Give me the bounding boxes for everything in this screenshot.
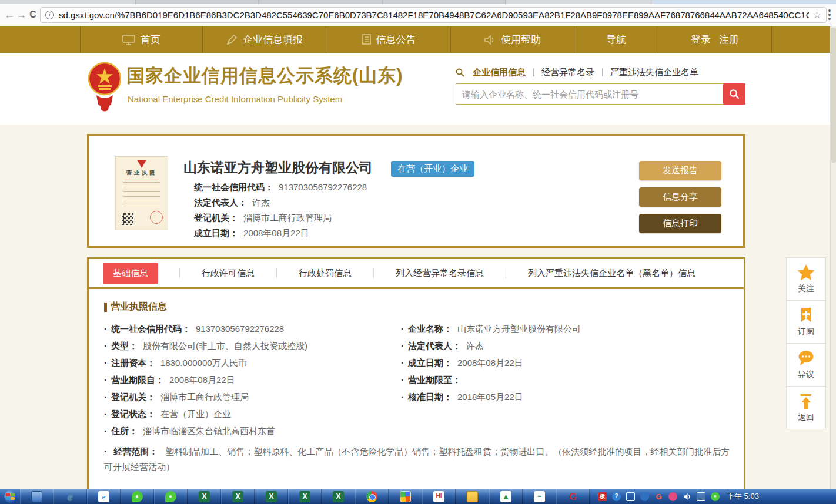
- taskbar-internet-explorer[interactable]: e: [53, 489, 87, 504]
- green-a-app-icon: ▲: [500, 491, 511, 502]
- photos-app-icon: [400, 491, 411, 502]
- tab-blacklist[interactable]: 列入严重违法失信企业名单（黑名单）信息: [506, 268, 717, 279]
- license-info-section: 营业执照信息 统一社会信用代码：913703056792276228 类型：股份…: [89, 289, 744, 475]
- scrollbar-thumb[interactable]: [831, 28, 836, 163]
- address-bar[interactable]: i sd.gsxt.gov.cn/%7BB6D019E6D1B6E86B3DC2…: [40, 7, 827, 23]
- pen-icon: [226, 34, 238, 46]
- nav-item-help[interactable]: 使用帮助: [451, 26, 574, 53]
- bookmark-star-icon[interactable]: ☆: [812, 9, 821, 21]
- tab-abnormal-list[interactable]: 列入经营异常名录信息: [374, 268, 506, 279]
- follow-button[interactable]: 关注: [786, 257, 826, 301]
- tab-basic-info[interactable]: 基础信息: [103, 263, 158, 284]
- nav-item-announcements[interactable]: 信息公告: [326, 26, 451, 53]
- nav-item-site-nav[interactable]: 导航: [574, 26, 658, 53]
- windows-taskbar: e e ● ● X X X X X HI ▲ ≡ G 极 ? G ● 下午 5:…: [0, 489, 836, 504]
- nav-item-home[interactable]: 首页: [81, 26, 203, 53]
- taskbar-excel-1[interactable]: X: [188, 489, 221, 504]
- taskbar-ie-launcher[interactable]: e: [87, 489, 121, 504]
- search-row: [456, 83, 745, 105]
- search-input[interactable]: [456, 83, 745, 105]
- search-tab-abnormal-list[interactable]: 经营异常名录: [534, 67, 602, 78]
- nav-item-enterprise-filing[interactable]: 企业信息填报: [203, 26, 326, 53]
- field-row: 营业期限至：: [401, 375, 728, 385]
- subscribe-button[interactable]: 订阅: [786, 300, 826, 344]
- tab-admin-penalty[interactable]: 行政处罚信息: [277, 268, 373, 279]
- g-tray-icon[interactable]: G: [654, 492, 663, 501]
- network-tray-icon[interactable]: [697, 492, 705, 501]
- taskbar-excel-3[interactable]: X: [255, 489, 288, 504]
- taskbar-clock[interactable]: 下午 5:03: [727, 489, 759, 504]
- detail-tabs: 基础信息 行政许可信息 行政处罚信息 列入经营异常名录信息 列入严重违法失信企业…: [89, 259, 744, 289]
- section-title: 营业执照信息: [104, 301, 728, 313]
- back-icon[interactable]: ←: [4, 9, 15, 21]
- green-layers-app-icon: ≡: [534, 491, 545, 502]
- browser-tab-active[interactable]: [653, 0, 836, 4]
- site-subtitle: National Enterprise Credit Information P…: [128, 94, 342, 104]
- field-row: 登记机关：淄博市工商行政管理局: [104, 392, 401, 402]
- tab-admin-license[interactable]: 行政许可信息: [180, 268, 276, 279]
- taskbar-hi-app[interactable]: HI: [422, 489, 456, 504]
- info-print-button[interactable]: 信息打印: [639, 214, 721, 233]
- field-label: 成立日期：: [194, 228, 238, 238]
- send-report-button[interactable]: 发送报告: [639, 161, 721, 180]
- excel-icon: X: [266, 491, 277, 502]
- url-text[interactable]: sd.gsxt.gov.cn/%7BB6D019E6D1B6E86B3DC2B3…: [59, 10, 809, 20]
- register-link[interactable]: 注册: [719, 33, 739, 46]
- taskbar-wechat-2[interactable]: ●: [154, 489, 188, 504]
- help-tray-icon[interactable]: ?: [612, 492, 621, 501]
- browser-tab[interactable]: [259, 0, 382, 4]
- shield-tray-icon[interactable]: [640, 492, 649, 501]
- taskbar-green-a-app[interactable]: ▲: [489, 489, 523, 504]
- taskbar-folder[interactable]: [456, 489, 489, 504]
- wechat-tray-icon[interactable]: ●: [711, 492, 720, 501]
- fields-column-left: 统一社会信用代码：913703056792276228 类型：股份有限公司(非上…: [104, 324, 401, 443]
- field-label: 法定代表人：: [194, 197, 247, 207]
- taskbar-app-window[interactable]: [20, 489, 53, 504]
- speaker-tray-icon[interactable]: [683, 492, 691, 501]
- forward-icon[interactable]: →: [15, 9, 27, 21]
- search-tabs: 企业信用信息 经营异常名录 严重违法失信企业名单: [456, 66, 745, 78]
- browser-tab[interactable]: [382, 0, 506, 4]
- taskbar-wechat-1[interactable]: ●: [121, 489, 154, 504]
- field-label: 注册资本：: [111, 358, 155, 368]
- section-title-bar: [104, 303, 107, 312]
- pink-user-tray-icon[interactable]: [668, 492, 677, 501]
- field-value: 淄博市工商行政管理局: [243, 213, 332, 223]
- business-license-thumbnail[interactable]: 营业执照: [115, 156, 168, 230]
- back-to-top-button[interactable]: 返回: [786, 386, 826, 429]
- windows-logo-icon: [4, 490, 16, 503]
- browser-tabstrip[interactable]: [0, 0, 836, 4]
- fields-column-right: 企业名称：山东诺亚方舟塑业股份有限公司 法定代表人：许杰 成立日期：2008年0…: [401, 324, 728, 443]
- taskbar-excel-5[interactable]: X: [322, 489, 355, 504]
- field-label: 营业期限至：: [408, 375, 461, 385]
- browser-menu-icon[interactable]: •••: [825, 9, 834, 21]
- login-link[interactable]: 登录: [691, 33, 711, 46]
- taskbar-photos-app[interactable]: [389, 489, 422, 504]
- nav-item-label: 使用帮助: [501, 33, 541, 46]
- page-scrollbar[interactable]: [830, 26, 836, 489]
- search-tab-credit-info[interactable]: 企业信用信息: [469, 67, 533, 78]
- browser-tab[interactable]: [135, 0, 259, 4]
- taskbar-excel-2[interactable]: X: [221, 489, 255, 504]
- nav-item-label: 导航: [606, 33, 626, 46]
- info-share-button[interactable]: 信息分享: [639, 187, 721, 207]
- taskbar-excel-4[interactable]: X: [288, 489, 322, 504]
- taskbar-red-g-app[interactable]: G: [556, 489, 590, 504]
- page-info-icon[interactable]: i: [45, 11, 54, 19]
- window-restore-tray-icon[interactable]: [626, 492, 635, 501]
- field-value: 淄博市临淄区朱台镇北高西村东首: [143, 426, 275, 436]
- folder-icon: [467, 491, 478, 502]
- taskbar-chrome[interactable]: [355, 489, 389, 504]
- field-value: 2008年08月22日: [457, 358, 523, 368]
- star-icon: [797, 264, 815, 281]
- start-button[interactable]: [0, 489, 20, 504]
- taskbar-green-layers-app[interactable]: ≡: [523, 489, 556, 504]
- ji-app-tray-icon[interactable]: 极: [598, 492, 607, 501]
- search-tab-illegal-list[interactable]: 严重违法失信企业名单: [603, 67, 706, 78]
- field-value: 在营（开业）企业: [160, 409, 231, 419]
- speaker-icon: [683, 493, 691, 500]
- company-summary-card: 营业执照 山东诺亚方舟塑业股份有限公司 在营（开业）企业 统一社会信用代码：91…: [87, 134, 745, 248]
- reload-icon[interactable]: C: [27, 9, 39, 21]
- search-button[interactable]: [723, 83, 745, 105]
- objection-button[interactable]: 异议: [786, 343, 826, 387]
